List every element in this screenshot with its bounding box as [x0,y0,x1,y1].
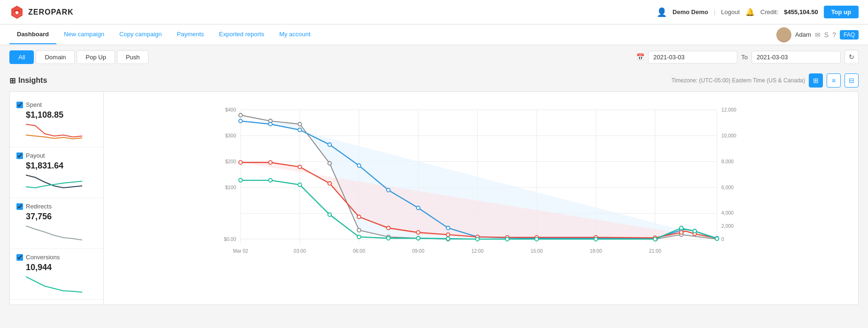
view-table-button[interactable]: ≡ [827,73,841,88]
nav: Dashboard New campaign Copy campaign Pay… [0,24,868,45]
svg-point-54 [387,188,391,192]
skype-icon[interactable]: S [824,31,829,39]
metric-conversions-header: Conversions [16,254,97,261]
svg-text:$300: $300 [225,133,236,138]
header-username: Demo Demo [673,8,708,16]
faq-button[interactable]: FAQ [840,30,859,40]
svg-text:0: 0 [721,237,724,242]
metric-spent-checkbox[interactable] [16,102,23,108]
svg-point-93 [680,226,683,230]
svg-point-67 [298,165,302,169]
credit-amount: $455,104.50 [784,8,818,16]
date-to-input[interactable] [751,51,841,64]
metric-payout: Payout $1,831.64 [10,147,103,198]
svg-text:12,000: 12,000 [721,107,736,112]
svg-point-69 [357,215,361,219]
svg-point-42 [328,161,332,165]
svg-point-53 [357,164,361,168]
metric-spent-label: Spent [26,101,42,108]
svg-text:21:00: 21:00 [649,248,661,254]
svg-point-39 [239,113,242,117]
metrics-panel: Spent $1,108.85 Payout $1,831.64 [10,92,104,304]
tab-all[interactable]: All [9,50,34,64]
svg-point-86 [416,236,420,240]
nav-item-copy-campaign[interactable]: Copy campaign [112,25,169,44]
metric-payout-checkbox[interactable] [16,152,23,159]
nav-item-payments[interactable]: Payments [169,25,211,44]
svg-text:$100: $100 [225,185,236,190]
svg-point-55 [416,206,420,210]
metric-spent: Spent $1,108.85 [10,96,103,147]
date-range: 📅 To ↻ [636,50,859,64]
svg-point-85 [387,236,391,240]
svg-point-95 [715,237,719,240]
metric-conversions-checkbox[interactable] [16,254,23,261]
refresh-button[interactable]: ↻ [845,50,859,64]
help-icon[interactable]: ? [832,31,836,39]
svg-point-66 [269,160,273,164]
credit-label: Credit: [760,8,778,16]
svg-point-82 [298,183,302,187]
svg-point-71 [416,231,420,234]
svg-text:09:00: 09:00 [412,248,424,254]
timezone-label: Timezone: (UTC-05:00) Eastern Time (US &… [672,77,805,84]
nav-right: Adam ✉ S ? FAQ [776,27,859,42]
logo-text: ZEROPARK [28,8,74,16]
header: ZEROPARK 👤 Demo Demo | Logout 🔔 Credit: … [0,0,868,24]
svg-point-49 [239,119,242,123]
svg-point-90 [535,237,539,241]
metric-redirects-sparkline [26,224,82,242]
metric-conversions-value: 10,944 [26,263,97,272]
svg-point-80 [239,178,242,182]
logo-icon [9,5,24,20]
avatar [776,27,791,42]
metric-redirects-checkbox[interactable] [16,203,23,210]
svg-point-94 [693,229,696,233]
header-right: 👤 Demo Demo | Logout 🔔 Credit: $455,104.… [657,6,859,18]
tab-domain[interactable]: Domain [36,50,75,64]
insights-grid-icon: ⊞ [9,76,16,85]
svg-text:Mar 02: Mar 02 [233,248,249,254]
svg-point-92 [653,237,657,241]
email-icon[interactable]: ✉ [815,31,821,39]
nav-item-exported-reports[interactable]: Exported reports [211,25,272,44]
campaign-tabs: All Domain Pop Up Push [9,50,149,64]
svg-point-72 [446,233,450,237]
metric-payout-header: Payout [16,152,97,159]
svg-text:06:00: 06:00 [353,248,365,254]
content-area: Spent $1,108.85 Payout $1,831.64 [9,91,859,305]
topup-button[interactable]: Top up [824,6,859,18]
svg-point-88 [476,237,479,241]
nav-username: Adam [795,31,811,38]
svg-text:18:00: 18:00 [590,248,602,254]
insights-header: ⊞ Insights Timezone: (UTC-05:00) Eastern… [9,73,859,88]
metric-payout-label: Payout [26,152,45,159]
svg-point-91 [594,237,598,241]
date-from-input[interactable] [648,51,737,64]
metric-payout-value: $1,831.64 [26,161,97,171]
svg-text:$0.00: $0.00 [224,237,236,242]
tab-push[interactable]: Push [117,50,149,64]
metric-conversions-sparkline [26,274,82,293]
svg-point-41 [298,122,302,126]
logo: ZEROPARK [9,5,74,20]
main-content: ⊞ Insights Timezone: (UTC-05:00) Eastern… [0,69,868,310]
calendar-icon: 📅 [636,53,644,61]
svg-point-81 [269,178,273,182]
svg-point-70 [387,226,391,230]
nav-left: Dashboard New campaign Copy campaign Pay… [9,25,318,44]
nav-item-new-campaign[interactable]: New campaign [56,25,112,44]
view-columns-button[interactable]: ⊟ [845,73,859,88]
insights-title-text: Insights [18,76,47,85]
svg-point-87 [446,237,450,240]
date-to-label: To [741,54,748,61]
nav-item-my-account[interactable]: My account [272,25,318,44]
tab-popup[interactable]: Pop Up [77,50,115,64]
notification-bell-icon[interactable]: 🔔 [745,8,755,16]
svg-text:4,000: 4,000 [721,210,734,216]
chart-area: $400 $300 $200 $100 $0.00 12,000 10,000 … [104,92,858,304]
view-chart-button[interactable]: ⊞ [809,73,823,88]
svg-text:8,000: 8,000 [721,159,734,164]
nav-item-dashboard[interactable]: Dashboard [9,25,56,44]
logout-link[interactable]: Logout [721,8,740,16]
